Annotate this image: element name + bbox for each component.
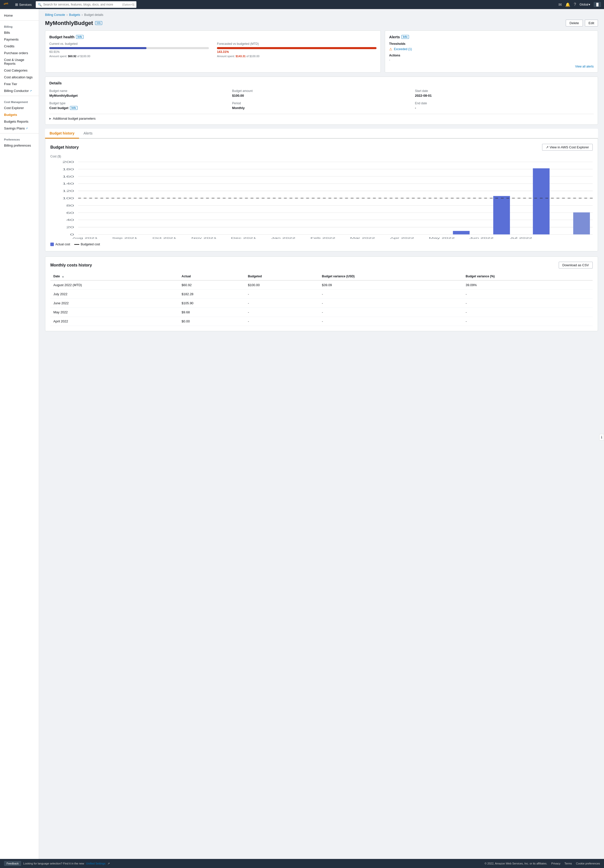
- feedback-button[interactable]: Feedback: [4, 861, 21, 866]
- cell-date: June 2022: [50, 299, 179, 308]
- sidebar-item-purchase-orders[interactable]: Purchase orders: [0, 50, 39, 56]
- exceeded-link[interactable]: Exceeded (1): [394, 47, 412, 51]
- tab-alerts[interactable]: Alerts: [79, 129, 97, 138]
- budget-name-value: MyMonthlyBudget: [49, 94, 228, 98]
- sidebar-item-cost-categories[interactable]: Cost Categories: [0, 67, 39, 74]
- svg-text:Nov 2021: Nov 2021: [191, 237, 217, 239]
- side-info-icon[interactable]: ℹ: [599, 434, 604, 440]
- account-button[interactable]: █: [594, 2, 601, 7]
- cell-variance-pct: -: [463, 299, 593, 308]
- svg-text:Dec 2021: Dec 2021: [231, 237, 256, 239]
- sidebar-item-budgets-reports[interactable]: Budgets Reports: [0, 118, 39, 125]
- bar-jul-2022: [533, 168, 549, 234]
- search-input[interactable]: [43, 3, 121, 6]
- budget-health-info[interactable]: Info: [76, 35, 83, 39]
- svg-text:Sep 2021: Sep 2021: [112, 237, 137, 239]
- sidebar-item-home[interactable]: Home: [0, 12, 39, 19]
- cell-actual: $105.90: [179, 299, 245, 308]
- current-label: Current vs. budgeted: [49, 42, 209, 46]
- svg-text:160: 160: [62, 175, 74, 178]
- cell-date: August 2022 (MTD): [50, 281, 179, 290]
- current-progress-fill: [49, 47, 147, 49]
- collapse-icon: ▶: [49, 117, 51, 120]
- table-row: April 2022 $0.00 - - -: [50, 317, 593, 326]
- aws-logo[interactable]: [3, 2, 10, 7]
- bell-icon[interactable]: 🔔: [565, 2, 570, 7]
- thresholds-label: Thresholds: [389, 42, 594, 46]
- delete-button[interactable]: Delete: [566, 20, 583, 26]
- sidebar-item-free-tier[interactable]: Free Tier: [0, 81, 39, 87]
- global-selector[interactable]: Global ▾: [579, 3, 590, 6]
- download-csv-button[interactable]: Download as CSV: [559, 262, 593, 268]
- current-progress-bar: [49, 47, 209, 49]
- budgeted-cost-line: [74, 244, 79, 245]
- footer-language-msg: Looking for language selection? Find it …: [23, 862, 84, 865]
- table-row: May 2022 $9.68 - - -: [50, 308, 593, 317]
- cookie-prefs-link[interactable]: Cookie preferences: [576, 862, 600, 865]
- budget-type-info[interactable]: Info: [70, 106, 77, 110]
- svg-text:60: 60: [66, 211, 74, 214]
- breadcrumb-billing-console[interactable]: Billing Console: [45, 13, 65, 17]
- external-link-icon: ↗: [30, 90, 32, 92]
- sidebar-item-cost-explorer[interactable]: Cost Explorer: [0, 105, 39, 111]
- tab-budget-history[interactable]: Budget history: [45, 129, 79, 138]
- page-title: MyMonthlyBudget: [45, 20, 93, 26]
- health-metrics: Current vs. budgeted 60.91% Amount spent…: [49, 42, 377, 58]
- alerts-info-badge[interactable]: Info: [402, 35, 409, 39]
- svg-text:20: 20: [66, 226, 74, 229]
- breadcrumb: Billing Console › Budgets › Budget detai…: [45, 13, 598, 17]
- view-all-alerts-link[interactable]: View all alerts: [389, 65, 594, 68]
- col-variance-usd[interactable]: Budget variance (USD): [319, 273, 463, 281]
- sidebar-item-billing-preferences[interactable]: Billing preferences: [0, 142, 39, 149]
- sidebar-item-savings-plans[interactable]: Savings Plans ↗: [0, 125, 39, 132]
- forecasted-progress-fill: [217, 47, 377, 49]
- budget-health-title: Budget health Info: [49, 35, 377, 39]
- col-variance-pct[interactable]: Budget variance (%): [463, 273, 593, 281]
- svg-text:120: 120: [62, 189, 74, 192]
- col-budgeted[interactable]: Budgeted: [245, 273, 319, 281]
- svg-text:Feb 2022: Feb 2022: [310, 237, 335, 239]
- services-button[interactable]: ⊞ Services: [13, 2, 34, 8]
- sidebar-item-cost-allocation-tags[interactable]: Cost allocation tags: [0, 74, 39, 81]
- cell-budgeted: -: [245, 317, 319, 326]
- sidebar-item-billing-conductor[interactable]: Billing Conductor ↗: [0, 87, 39, 94]
- edit-button[interactable]: Edit: [585, 20, 598, 26]
- sidebar-item-budgets[interactable]: Budgets: [0, 111, 39, 118]
- bar-may-2022: [453, 231, 470, 234]
- footer-right: © 2022, Amazon Web Services, Inc. or its…: [485, 862, 600, 865]
- cell-budgeted: -: [245, 308, 319, 317]
- help-icon[interactable]: ?: [574, 2, 576, 7]
- page-info-badge[interactable]: Info: [95, 21, 102, 25]
- col-actual[interactable]: Actual: [179, 273, 245, 281]
- current-vs-budgeted-metric: Current vs. budgeted 60.91% Amount spent…: [49, 42, 209, 58]
- table-row: June 2022 $105.90 - - -: [50, 299, 593, 308]
- cell-budgeted: -: [245, 299, 319, 308]
- additional-budget-params[interactable]: ▶ Additional budget parameters: [49, 114, 594, 120]
- actions-label: Actions: [389, 54, 594, 57]
- col-date[interactable]: Date ▲: [50, 273, 179, 281]
- savings-external-link-icon: ↗: [26, 127, 28, 130]
- start-date-field: Start date 2022-08-01: [415, 89, 594, 98]
- page-title-group: MyMonthlyBudget Info: [45, 20, 102, 26]
- monthly-costs-table-wrap: Date ▲ Actual Budgeted Budget variance (…: [50, 273, 593, 326]
- table-row: July 2022 $182.28 - - -: [50, 290, 593, 299]
- view-in-explorer-button[interactable]: ↗ View in AWS Cost Explorer: [542, 144, 593, 150]
- search-bar[interactable]: 🔍 [Option+S]: [36, 1, 136, 8]
- sidebar-item-cost-usage-reports[interactable]: Cost & Usage Reports: [0, 56, 39, 67]
- sidebar-item-payments[interactable]: Payments: [0, 36, 39, 43]
- services-label: Services: [19, 3, 32, 6]
- period-field: Period Monthly: [232, 102, 411, 110]
- unified-settings-link[interactable]: Unified Settings: [86, 862, 105, 865]
- privacy-link[interactable]: Privacy: [551, 862, 561, 865]
- monthly-costs-header: Monthly costs history Download as CSV: [50, 262, 593, 268]
- current-pct: 60.91%: [49, 50, 209, 54]
- sidebar-item-bills[interactable]: Bills: [0, 29, 39, 36]
- sidebar-item-credits[interactable]: Credits: [0, 43, 39, 50]
- mail-icon[interactable]: ✉: [558, 2, 562, 7]
- budget-amount-field: Budget amount $100.00: [232, 89, 411, 98]
- breadcrumb-budgets[interactable]: Budgets: [69, 13, 80, 17]
- y-axis-label: Cost ($): [50, 155, 593, 158]
- svg-text:200: 200: [62, 160, 74, 163]
- cell-variance-usd: -: [319, 299, 463, 308]
- terms-link[interactable]: Terms: [564, 862, 572, 865]
